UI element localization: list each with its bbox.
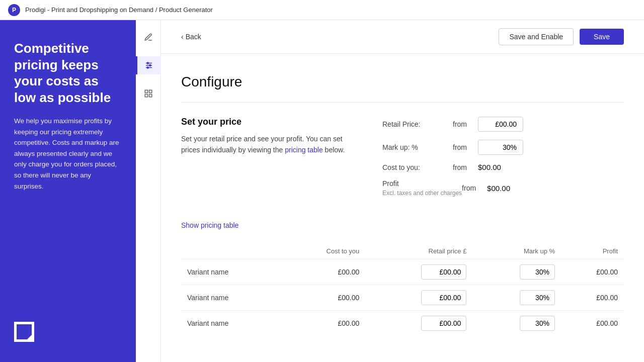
row-profit-0: £00.00 xyxy=(561,259,624,285)
app-logo: P xyxy=(8,4,20,16)
sidebar-item-sliders[interactable] xyxy=(136,56,161,74)
retail-price-label: Retail Price: xyxy=(382,120,453,128)
col-header-markup: Mark up % xyxy=(472,243,561,259)
icon-sidebar xyxy=(136,20,161,362)
row-retail-input-1[interactable] xyxy=(421,290,466,305)
page-content: Configure Set your price Set your retail… xyxy=(161,54,644,356)
svg-point-4 xyxy=(149,65,151,66)
sidebar-item-pencil[interactable] xyxy=(139,28,157,46)
col-header-profit: Profit xyxy=(561,243,624,259)
prodigi-logo-icon xyxy=(17,324,32,339)
prodigi-logo-bottom xyxy=(14,322,34,342)
excl-text: Excl. taxes and other charges xyxy=(382,190,462,197)
row-markup-cell-1 xyxy=(472,285,561,311)
row-retail-cell-0 xyxy=(365,259,472,285)
save-enable-button[interactable]: Save and Enable xyxy=(499,28,574,45)
svg-point-3 xyxy=(147,62,148,64)
col-header-cost: Cost to you xyxy=(281,243,366,259)
retail-price-input[interactable] xyxy=(478,117,523,132)
markup-from: from xyxy=(453,143,478,151)
left-panel-body: We help you maximise profits by keeping … xyxy=(14,116,122,192)
pricing-table: Cost to you Retail price £ Mark up % Pro… xyxy=(181,243,624,336)
svg-rect-8 xyxy=(145,95,147,97)
top-bar: P Prodigi - Print and Dropshipping on De… xyxy=(0,0,644,20)
sidebar-item-grid[interactable] xyxy=(139,84,157,103)
col-header-retail: Retail price £ xyxy=(365,243,472,259)
row-cost-1: £00.00 xyxy=(281,285,366,311)
markup-label: Mark up: % xyxy=(382,143,453,151)
pricing-summary: Retail Price: from Mark up: % from Cost … xyxy=(382,117,624,205)
table-body: Variant name £00.00 £00.00 Variant name … xyxy=(181,259,624,336)
row-name-1: Variant name xyxy=(181,285,281,311)
page-title: Configure xyxy=(181,74,624,90)
profit-from: from xyxy=(462,184,487,192)
row-profit-2: £00.00 xyxy=(561,311,624,336)
set-price-heading: Set your price xyxy=(181,117,352,127)
pricing-table-link[interactable]: pricing table xyxy=(285,146,323,154)
header-bar: ‹ Back Save and Enable Save xyxy=(161,20,644,54)
row-markup-input-0[interactable] xyxy=(520,264,555,280)
main-layout: Competitive pricing keeps your costs as … xyxy=(0,20,644,362)
header-actions: Save and Enable Save xyxy=(499,28,624,45)
profit-label-group: Profit Excl. taxes and other charges xyxy=(382,179,462,197)
divider xyxy=(181,102,624,103)
table-header-row: Cost to you Retail price £ Mark up % Pro… xyxy=(181,243,624,259)
left-panel: Competitive pricing keeps your costs as … xyxy=(0,20,136,362)
retail-price-from: from xyxy=(453,120,478,128)
table-row: Variant name £00.00 £00.00 xyxy=(181,259,624,285)
profit-label: Profit xyxy=(382,179,462,188)
svg-rect-7 xyxy=(149,90,151,93)
row-name-2: Variant name xyxy=(181,311,281,336)
col-header-name xyxy=(181,243,281,259)
cost-row: Cost to you: from $00.00 xyxy=(382,163,624,171)
row-profit-1: £00.00 xyxy=(561,285,624,311)
retail-price-row: Retail Price: from xyxy=(382,117,624,132)
back-label: Back xyxy=(186,33,201,41)
row-markup-cell-0 xyxy=(472,259,561,285)
row-markup-cell-2 xyxy=(472,311,561,336)
table-header: Cost to you Retail price £ Mark up % Pro… xyxy=(181,243,624,259)
row-retail-input-0[interactable] xyxy=(421,264,466,280)
table-row: Variant name £00.00 £00.00 xyxy=(181,311,624,336)
row-retail-cell-2 xyxy=(365,311,472,336)
content-area: ‹ Back Save and Enable Save Configure Se… xyxy=(161,20,644,362)
row-retail-input-2[interactable] xyxy=(421,316,466,331)
row-cost-0: £00.00 xyxy=(281,259,366,285)
save-button[interactable]: Save xyxy=(580,29,624,45)
row-markup-input-2[interactable] xyxy=(520,316,555,331)
row-retail-cell-1 xyxy=(365,285,472,311)
profit-value: $00.00 xyxy=(487,184,510,193)
svg-point-5 xyxy=(147,67,148,68)
back-button[interactable]: ‹ Back xyxy=(181,33,201,41)
cost-label: Cost to you: xyxy=(382,163,453,171)
pricing-description: Set your price Set your retail price and… xyxy=(181,117,352,205)
chevron-left-icon: ‹ xyxy=(181,33,184,41)
row-markup-input-1[interactable] xyxy=(520,290,555,305)
svg-rect-6 xyxy=(145,90,147,93)
show-pricing-table-link[interactable]: Show pricing table xyxy=(181,221,238,229)
set-price-body: Set your retail price and see your profi… xyxy=(181,133,352,156)
cost-value: $00.00 xyxy=(478,163,501,171)
left-panel-heading: Competitive pricing keeps your costs as … xyxy=(14,40,122,106)
svg-rect-9 xyxy=(149,95,151,97)
row-cost-2: £00.00 xyxy=(281,311,366,336)
markup-row: Mark up: % from xyxy=(382,140,624,155)
table-row: Variant name £00.00 £00.00 xyxy=(181,285,624,311)
cost-from: from xyxy=(453,163,478,171)
app-title: Prodigi - Print and Dropshipping on Dema… xyxy=(25,6,213,14)
row-name-0: Variant name xyxy=(181,259,281,285)
markup-input[interactable] xyxy=(478,140,523,155)
pricing-section: Set your price Set your retail price and… xyxy=(181,117,624,205)
profit-row: Profit Excl. taxes and other charges fro… xyxy=(382,179,624,197)
